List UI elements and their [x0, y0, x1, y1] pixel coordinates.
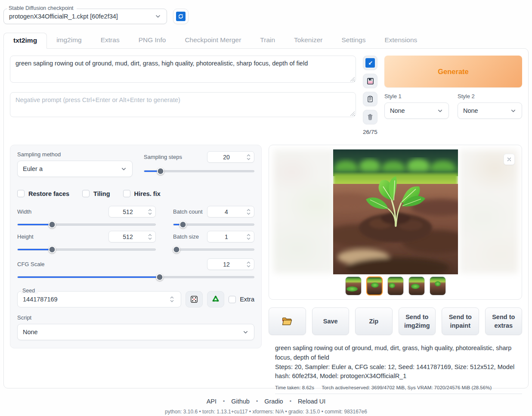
- tiling-checkbox[interactable]: Tiling: [82, 190, 110, 197]
- height-input[interactable]: 512: [108, 231, 156, 242]
- save-style-button[interactable]: [363, 74, 377, 88]
- tab-tokenizer[interactable]: Tokenizer: [285, 33, 332, 48]
- sampling-method-label: Sampling method: [17, 151, 133, 158]
- hires-fix-checkbox[interactable]: Hires. fix: [123, 190, 161, 197]
- send-to-inpaint-button[interactable]: Send to inpaint: [442, 307, 479, 335]
- tab-extensions[interactable]: Extensions: [375, 33, 427, 48]
- reuse-seed-button[interactable]: [207, 291, 224, 307]
- folder-icon: [281, 317, 293, 326]
- close-gallery-button[interactable]: [504, 154, 515, 165]
- tab-txt2img[interactable]: txt2img: [3, 33, 47, 49]
- slider-thumb[interactable]: [156, 273, 163, 281]
- close-icon: [506, 156, 512, 162]
- zip-button[interactable]: Zip: [355, 307, 393, 335]
- style2-select[interactable]: None: [458, 102, 522, 119]
- width-input[interactable]: 512: [108, 206, 156, 217]
- slider-thumb[interactable]: [48, 246, 56, 253]
- api-link[interactable]: API: [207, 398, 217, 405]
- script-value: None: [23, 329, 38, 335]
- gallery-blur-right: [460, 149, 518, 273]
- spinner-icon[interactable]: [245, 261, 254, 267]
- spinner-icon[interactable]: [245, 154, 254, 160]
- prompt-wrap: green sapling rowing out of ground, mud,…: [10, 56, 356, 83]
- dice-icon: [190, 295, 198, 304]
- slider-thumb[interactable]: [157, 168, 164, 175]
- batch-count-input[interactable]: 4: [207, 206, 254, 217]
- reload-ui-link[interactable]: Reload UI: [298, 398, 325, 405]
- read-params-button[interactable]: [363, 56, 377, 70]
- batch-size-group: Batch size 1: [173, 231, 254, 253]
- script-label: Script: [17, 314, 254, 321]
- slider-thumb[interactable]: [179, 221, 186, 228]
- extra-seed-checkbox[interactable]: Extra: [229, 296, 254, 303]
- random-seed-button[interactable]: [186, 291, 203, 307]
- spinner-icon[interactable]: [245, 234, 254, 240]
- batch-count-group: Batch count 4: [173, 206, 254, 228]
- restore-faces-checkbox[interactable]: Restore faces: [17, 190, 69, 197]
- style1-select[interactable]: None: [384, 102, 449, 119]
- tab-img2img[interactable]: img2img: [47, 33, 91, 48]
- output-buttons: Save Zip Send to img2img Send to inpaint…: [269, 307, 522, 335]
- spinner-icon[interactable]: [147, 209, 155, 215]
- send-to-img2img-button[interactable]: Send to img2img: [399, 307, 436, 335]
- batch-size-input[interactable]: 1: [207, 231, 254, 242]
- arrow-down-left-icon: [365, 58, 375, 68]
- thumbnail-5[interactable]: [430, 276, 446, 295]
- tab-settings[interactable]: Settings: [332, 33, 375, 48]
- sampling-row: Sampling method Euler a Sampling steps: [17, 151, 254, 177]
- tab-train[interactable]: Train: [251, 33, 285, 48]
- checkpoint-group: Stable Diffusion checkpoint protogenX34O…: [3, 9, 167, 24]
- thumbnail-2-selected[interactable]: [366, 276, 383, 295]
- tab-checkpoint-merger[interactable]: Checkpoint Merger: [175, 33, 251, 48]
- seed-input[interactable]: Seed 1441787169: [17, 291, 181, 307]
- thumbnail-strip: [345, 276, 446, 295]
- script-select[interactable]: None: [17, 324, 254, 340]
- thumbnail-1[interactable]: [345, 276, 362, 295]
- chevron-down-icon: [155, 13, 161, 20]
- height-group: Height 512: [17, 231, 156, 253]
- negative-prompt-input[interactable]: [10, 92, 356, 117]
- chevron-down-icon: [437, 108, 443, 114]
- prompt-input[interactable]: green sapling rowing out of ground, mud,…: [10, 56, 356, 83]
- send-to-extras-button[interactable]: Send to extras: [485, 307, 523, 335]
- cfg-scale-group: CFG Scale 12: [17, 258, 254, 281]
- checkpoint-select[interactable]: Stable Diffusion checkpoint protogenX34O…: [3, 9, 167, 24]
- refresh-checkpoint-button[interactable]: [173, 9, 189, 24]
- thumbnail-3[interactable]: [387, 276, 404, 295]
- gradio-link[interactable]: Gradio: [264, 398, 283, 405]
- sampling-method-select[interactable]: Euler a: [17, 161, 133, 177]
- checkbox-icon: [229, 296, 236, 303]
- height-slider[interactable]: [17, 246, 156, 253]
- refresh-icon: [176, 12, 186, 21]
- generate-column: Generate Style 1 None Style 2: [384, 56, 522, 135]
- cfg-scale-slider[interactable]: [17, 273, 254, 281]
- sampling-steps-input[interactable]: 20: [207, 151, 254, 163]
- batch-size-slider[interactable]: [173, 246, 254, 253]
- tab-png-info[interactable]: PNG Info: [129, 33, 176, 48]
- generate-button[interactable]: Generate: [384, 56, 522, 87]
- sampling-steps-slider[interactable]: [144, 168, 254, 175]
- width-slider[interactable]: [17, 221, 156, 228]
- width-label: Width: [17, 208, 31, 215]
- tab-extras[interactable]: Extras: [91, 33, 129, 48]
- paste-button[interactable]: [363, 92, 377, 106]
- spinner-icon[interactable]: [169, 296, 177, 302]
- batch-count-label: Batch count: [173, 208, 203, 215]
- save-button[interactable]: Save: [312, 307, 350, 335]
- slider-thumb[interactable]: [48, 221, 56, 228]
- open-folder-button[interactable]: [269, 307, 306, 335]
- batch-count-slider[interactable]: [173, 221, 254, 228]
- sampling-steps-label: Sampling steps: [144, 154, 182, 160]
- checkpoint-label: Stable Diffusion checkpoint: [7, 5, 77, 11]
- token-counter: 26/75: [363, 129, 377, 135]
- spinner-icon[interactable]: [147, 234, 155, 240]
- cfg-scale-input[interactable]: 12: [207, 258, 254, 270]
- generated-image[interactable]: [333, 149, 458, 274]
- slider-thumb[interactable]: [173, 246, 180, 253]
- spinner-icon[interactable]: [245, 209, 254, 215]
- thumbnail-4[interactable]: [408, 276, 425, 295]
- seed-row: Seed 1441787169: [17, 291, 254, 307]
- github-link[interactable]: Github: [231, 398, 250, 405]
- clear-prompt-button[interactable]: [363, 110, 377, 124]
- image-gallery: [269, 145, 522, 300]
